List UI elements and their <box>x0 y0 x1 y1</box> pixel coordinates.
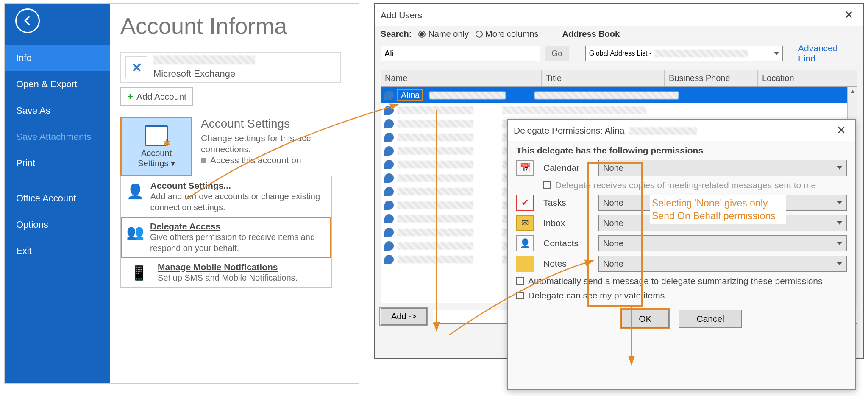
checkbox-auto-send[interactable] <box>516 277 524 285</box>
exchange-icon: ✕ <box>125 56 147 78</box>
account-selector[interactable]: ✕ Microsoft Exchange <box>120 52 341 83</box>
person-icon <box>384 255 394 264</box>
person-icon <box>384 201 394 210</box>
person-icon <box>384 160 394 169</box>
delegate-access-icon: 👥 <box>126 221 144 243</box>
person-icon <box>384 146 394 156</box>
dp-title: Delegate Permissions: Alina <box>514 125 624 135</box>
perm-row-contacts: 👤 Contacts None <box>516 235 847 251</box>
calendar-icon: 📅 <box>516 160 534 176</box>
back-button[interactable] <box>15 8 40 33</box>
sidebar: Info Open & Export Save As Save Attachme… <box>5 4 110 383</box>
person-icon <box>384 241 394 251</box>
person-icon <box>384 214 394 223</box>
sidebar-item-options[interactable]: Options <box>5 212 110 238</box>
radio-name-only[interactable]: Name only <box>418 29 469 39</box>
add-button[interactable]: Add -> <box>381 308 427 325</box>
account-settings-small-icon: 👤 <box>126 181 145 202</box>
user-row[interactable] <box>381 103 857 117</box>
account-email-redacted <box>153 55 255 64</box>
close-icon[interactable]: ✕ <box>833 124 849 137</box>
addr-book-redacted <box>655 50 748 57</box>
account-settings-menu: 👤 Account Settings... Add and remove acc… <box>120 176 332 288</box>
sidebar-item-exit[interactable]: Exit <box>5 238 110 264</box>
menu-item-account-settings[interactable]: 👤 Account Settings... Add and remove acc… <box>121 176 331 217</box>
list-column-headers: Name Title Business Phone Location <box>381 70 857 87</box>
perm-row-notes: Notes None <box>516 256 847 272</box>
close-icon[interactable]: ✕ <box>841 8 857 22</box>
content-area: Account Informa ✕ Microsoft Exchange + A… <box>110 4 359 383</box>
delegate-permissions-dialog: Delegate Permissions: Alina ✕ This deleg… <box>507 119 856 390</box>
perm-row-calendar: 📅 Calendar None <box>516 160 847 176</box>
ok-button[interactable]: OK <box>621 310 669 328</box>
person-icon <box>384 187 394 196</box>
person-icon <box>384 119 394 128</box>
account-settings-button[interactable]: Account Settings ▾ <box>120 117 192 176</box>
person-icon <box>384 173 394 183</box>
add-account-button[interactable]: + Add Account <box>120 87 193 106</box>
dp-heading: This delegate has the following permissi… <box>516 145 847 156</box>
notes-icon <box>516 256 534 272</box>
person-icon <box>384 91 394 100</box>
sidebar-item-save-attachments: Save Attachments <box>5 124 110 150</box>
account-settings-icon <box>145 125 168 146</box>
account-settings-description: Account Settings Change settings for thi… <box>201 117 311 176</box>
menu-item-delegate-access[interactable]: 👥 Delegate Access Give others permission… <box>121 217 331 258</box>
mobile-icon: 📱 <box>126 262 152 283</box>
search-input[interactable] <box>381 46 540 61</box>
sidebar-item-office-account[interactable]: Office Account <box>5 185 110 212</box>
inbox-icon: ✉ <box>516 215 534 231</box>
sidebar-item-info[interactable]: Info <box>5 45 110 71</box>
account-type: Microsoft Exchange <box>153 68 235 79</box>
plus-icon: + <box>127 91 133 103</box>
sidebar-item-open-export[interactable]: Open & Export <box>5 71 110 98</box>
dialog-title: Add Users <box>381 10 422 20</box>
page-title: Account Informa <box>120 13 350 39</box>
checkbox-meeting-copies[interactable] <box>543 181 551 189</box>
address-book-combo[interactable]: Global Address List - <box>585 46 783 61</box>
sidebar-item-print[interactable]: Print <box>5 150 110 176</box>
contacts-icon: 👤 <box>516 235 534 251</box>
contacts-dropdown[interactable]: None <box>598 235 847 251</box>
person-icon <box>384 106 394 115</box>
go-button[interactable]: Go <box>545 46 569 61</box>
outlook-backstage: Info Open & Export Save As Save Attachme… <box>4 3 359 384</box>
sidebar-item-save-as[interactable]: Save As <box>5 98 110 124</box>
annotation-text: Selecting 'None' gives only Send On Beha… <box>650 195 786 224</box>
user-row-selected[interactable]: Alina <box>381 87 857 103</box>
menu-item-mobile-notifications[interactable]: 📱 Manage Mobile Notifications Set up SMS… <box>121 258 331 287</box>
person-icon <box>384 228 394 237</box>
calendar-dropdown[interactable]: None <box>598 160 847 176</box>
search-label: Search: <box>381 29 412 39</box>
address-book-label: Address Book <box>562 29 620 39</box>
cancel-button[interactable]: Cancel <box>679 310 741 328</box>
dp-name-redacted <box>629 127 697 135</box>
tasks-icon: ✔ <box>516 195 534 211</box>
notes-dropdown[interactable]: None <box>598 256 847 272</box>
advanced-find-link[interactable]: Advanced Find <box>798 43 857 64</box>
chevron-down-icon <box>774 52 779 55</box>
person-icon <box>384 133 394 142</box>
checkbox-private-items[interactable] <box>516 292 524 299</box>
radio-more-columns[interactable]: More columns <box>476 29 539 39</box>
